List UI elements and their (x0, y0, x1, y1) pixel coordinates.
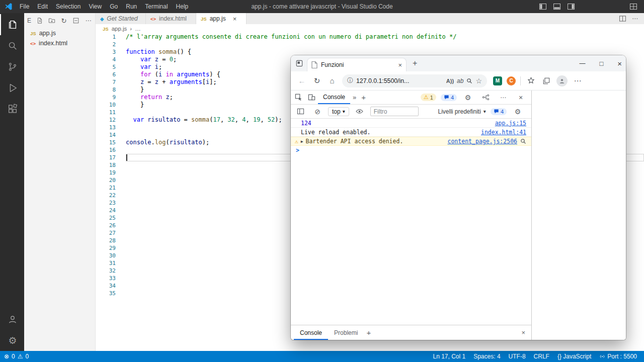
breadcrumb-more[interactable]: … (135, 26, 141, 32)
minimize-icon[interactable]: — (579, 60, 585, 67)
customize-layout-icon[interactable] (630, 4, 637, 10)
console-message[interactable]: 124app.js:15 (291, 119, 531, 128)
maximize-icon[interactable]: □ (599, 60, 603, 67)
search-icon[interactable] (0, 35, 24, 56)
status-live-server-port[interactable]: Port : 5500 (599, 353, 637, 360)
messages-badge[interactable]: 4 (441, 94, 457, 101)
menu-file[interactable]: File (16, 0, 33, 13)
console-prompt[interactable]: > (291, 146, 531, 155)
inspect-element-icon[interactable] (292, 91, 305, 104)
explorer-icon[interactable] (0, 14, 24, 35)
drawer-tab-console[interactable]: Console (294, 325, 328, 340)
status-encoding[interactable]: UTF-8 (509, 353, 526, 360)
file-index-html[interactable]: <>index.html (24, 38, 95, 48)
device-emulation-icon[interactable] (305, 91, 318, 104)
console-message[interactable]: Live reload enabled.index.html:41 (291, 128, 531, 137)
more-tabs-icon[interactable]: » (350, 94, 359, 101)
console-filter-input[interactable] (370, 107, 419, 116)
site-info-icon[interactable]: ⓘ (347, 76, 353, 85)
status-line-col[interactable]: Ln 17, Col 1 (433, 353, 465, 360)
log-levels-selector[interactable]: Livelli predefiniti▾ (438, 108, 486, 115)
url-text[interactable]: 127.0.0.1:5500/in... (356, 77, 409, 84)
menu-selection[interactable]: Selection (52, 0, 85, 13)
console-sidebar-icon[interactable] (294, 105, 307, 118)
browser-tab[interactable]: Funzioni × (307, 58, 407, 71)
more-actions-icon[interactable]: ⋯ (85, 17, 92, 25)
account-icon[interactable] (0, 309, 24, 330)
close-tab-icon[interactable]: × (398, 61, 402, 69)
profile-avatar[interactable] (556, 75, 568, 86)
file-app-js[interactable]: JSapp.js (24, 28, 95, 38)
tab-app-js[interactable]: JSapp.js× (196, 13, 247, 24)
refresh-icon[interactable]: ↻ (60, 17, 67, 25)
new-tab-icon[interactable]: + (413, 59, 417, 67)
collections-icon[interactable] (541, 74, 552, 88)
search-icon[interactable] (520, 138, 526, 144)
menu-edit[interactable]: Edit (33, 0, 52, 13)
close-window-icon[interactable]: × (617, 59, 622, 68)
new-file-icon[interactable] (36, 17, 43, 25)
menu-help[interactable]: Help (172, 0, 193, 13)
webpage-viewport[interactable] (532, 90, 626, 340)
toggle-panel-icon[interactable] (553, 4, 560, 10)
toggle-secondary-sidebar-icon[interactable] (568, 4, 575, 10)
tab-actions-menu-icon[interactable] (296, 60, 303, 67)
code-text[interactable]: /* l'array arguments consente di creare … (126, 33, 644, 41)
expand-arrow-icon[interactable]: ▶ (301, 139, 303, 144)
breadcrumb-file[interactable]: app.js (112, 26, 127, 32)
source-link[interactable]: index.html:41 (476, 129, 526, 136)
context-selector[interactable]: top▾ (328, 107, 349, 116)
extension-c-icon[interactable]: C (507, 76, 516, 85)
code-text[interactable] (126, 41, 644, 48)
console-settings-gear-icon[interactable]: ⚙ (511, 105, 524, 118)
favorites-bar-icon[interactable] (525, 74, 536, 88)
run-debug-icon[interactable] (0, 77, 24, 99)
console-message[interactable]: ⚠▶Bartender API access denied.content_pa… (291, 137, 531, 146)
extensions-icon[interactable] (0, 99, 24, 120)
code-text[interactable]: function somma() { (126, 48, 644, 56)
tab-get-started[interactable]: ◆Get Started (96, 13, 146, 24)
drawer-tab-problemi[interactable]: Problemi (328, 325, 364, 340)
source-link[interactable]: app.js:15 (490, 120, 526, 127)
close-devtools-icon[interactable]: × (514, 91, 527, 104)
problems-indicator[interactable]: ⊗ 0 ⚠ 0 (0, 353, 29, 360)
menu-terminal[interactable]: Terminal (141, 0, 172, 13)
breadcrumb[interactable]: JS app.js › … (96, 24, 644, 33)
favorites-star-icon[interactable]: ☆ (475, 77, 482, 85)
new-folder-icon[interactable] (48, 17, 55, 25)
menu-run[interactable]: Run (122, 0, 141, 13)
refresh-icon[interactable]: ↻ (310, 74, 324, 88)
more-editor-actions-icon[interactable]: ⋯ (632, 15, 638, 22)
warnings-badge[interactable]: ⚠1 (421, 94, 436, 101)
address-bar[interactable]: ⓘ 127.0.0.1:5500/in... A)) ab ☆ (342, 74, 487, 87)
settings-more-icon[interactable]: ⋯ (572, 74, 583, 88)
tab-index-html[interactable]: <>index.html (146, 13, 196, 24)
console-output[interactable]: 124app.js:15Live reload enabled.index.ht… (291, 119, 531, 325)
focus-page-icon[interactable] (479, 91, 492, 104)
status-eol[interactable]: CRLF (534, 353, 549, 360)
translate-icon[interactable]: ab (457, 77, 463, 84)
add-drawer-tab-icon[interactable]: + (364, 328, 373, 337)
add-tab-icon[interactable]: + (359, 93, 368, 102)
tab-console[interactable]: Console (318, 90, 350, 104)
close-drawer-icon[interactable]: × (521, 329, 528, 336)
menu-view[interactable]: View (85, 0, 106, 13)
source-link[interactable]: content_page.js:2506 (443, 138, 517, 145)
collapse-folders-icon[interactable] (72, 17, 80, 25)
source-control-icon[interactable] (0, 56, 24, 77)
back-icon[interactable]: ← (295, 74, 309, 88)
clear-console-icon[interactable]: ⊘ (311, 105, 324, 118)
read-aloud-icon[interactable]: A)) (446, 78, 454, 84)
home-icon[interactable]: ⌂ (325, 74, 339, 88)
status-language[interactable]: {} JavaScript (557, 353, 591, 360)
toggle-sidebar-icon[interactable] (539, 4, 546, 10)
devtools-more-icon[interactable]: ⋯ (497, 91, 510, 104)
zoom-icon[interactable] (466, 78, 472, 84)
settings-gear-icon[interactable]: ⚙ (0, 330, 24, 351)
devtools-settings-gear-icon[interactable]: ⚙ (461, 91, 474, 104)
split-editor-icon[interactable] (619, 16, 626, 22)
close-icon[interactable]: × (233, 15, 237, 23)
messages-count-badge[interactable]: 4 (491, 108, 507, 115)
extension-m-icon[interactable]: M (493, 76, 502, 85)
live-expression-eye-icon[interactable] (353, 105, 366, 118)
